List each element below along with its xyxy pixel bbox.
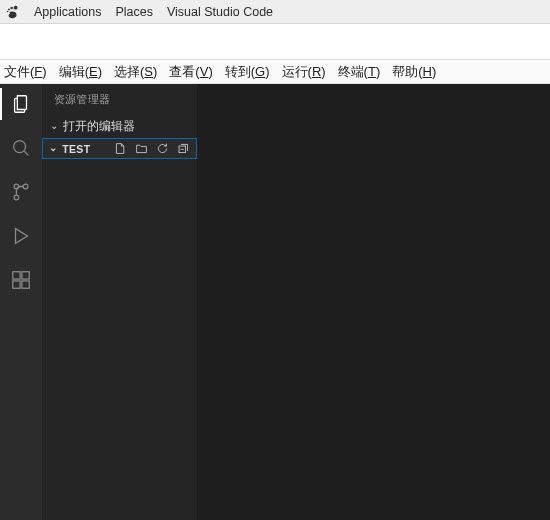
explorer-icon[interactable]: [9, 92, 33, 116]
menu-run[interactable]: 运行(R): [282, 63, 326, 81]
svg-point-0: [14, 5, 18, 9]
window-title-bar: [0, 24, 550, 60]
svg-point-2: [8, 8, 10, 10]
extensions-icon[interactable]: [9, 268, 33, 292]
svg-point-7: [14, 195, 19, 200]
sidebar-title: 资源管理器: [42, 84, 197, 115]
source-control-icon[interactable]: [9, 180, 33, 204]
folder-section[interactable]: ⌄ TEST: [42, 138, 197, 159]
menu-view[interactable]: 查看(V): [169, 63, 212, 81]
new-file-icon[interactable]: [114, 142, 127, 155]
folder-name-label: TEST: [62, 143, 90, 155]
menu-file[interactable]: 文件(F): [4, 63, 47, 81]
chevron-down-icon: ⌄: [50, 120, 58, 131]
refresh-icon[interactable]: [156, 142, 169, 155]
menu-edit[interactable]: 编辑(E): [59, 63, 102, 81]
svg-point-1: [10, 6, 12, 8]
explorer-sidebar: 资源管理器 ⌄ 打开的编辑器 ⌄ TEST: [42, 84, 197, 520]
svg-point-5: [23, 184, 28, 189]
open-editors-section[interactable]: ⌄ 打开的编辑器: [42, 115, 197, 138]
search-icon[interactable]: [9, 136, 33, 160]
collapse-all-icon[interactable]: [177, 142, 190, 155]
chevron-down-icon: ⌄: [49, 142, 57, 153]
open-editors-label: 打开的编辑器: [63, 119, 135, 134]
menu-bar: 文件(F) 编辑(E) 选择(S) 查看(V) 转到(G) 运行(R) 终端(T…: [0, 60, 550, 84]
svg-point-4: [14, 141, 26, 153]
run-debug-icon[interactable]: [9, 224, 33, 248]
svg-point-3: [7, 10, 9, 12]
system-top-bar: Applications Places Visual Studio Code: [0, 0, 550, 24]
menu-select[interactable]: 选择(S): [114, 63, 157, 81]
activity-bar: [0, 84, 42, 520]
gnome-places[interactable]: Places: [115, 5, 153, 19]
main-area: 资源管理器 ⌄ 打开的编辑器 ⌄ TEST: [0, 84, 550, 520]
svg-rect-9: [13, 281, 20, 288]
svg-rect-11: [22, 272, 29, 279]
menu-go[interactable]: 转到(G): [225, 63, 270, 81]
menu-help[interactable]: 帮助(H): [392, 63, 436, 81]
svg-rect-10: [22, 281, 29, 288]
gnome-applications[interactable]: Applications: [34, 5, 101, 19]
gnome-active-app[interactable]: Visual Studio Code: [167, 5, 273, 19]
svg-rect-8: [13, 272, 20, 279]
new-folder-icon[interactable]: [135, 142, 148, 155]
editor-area: [197, 84, 550, 520]
gnome-foot-icon: [6, 5, 20, 19]
menu-terminal[interactable]: 终端(T): [338, 63, 381, 81]
